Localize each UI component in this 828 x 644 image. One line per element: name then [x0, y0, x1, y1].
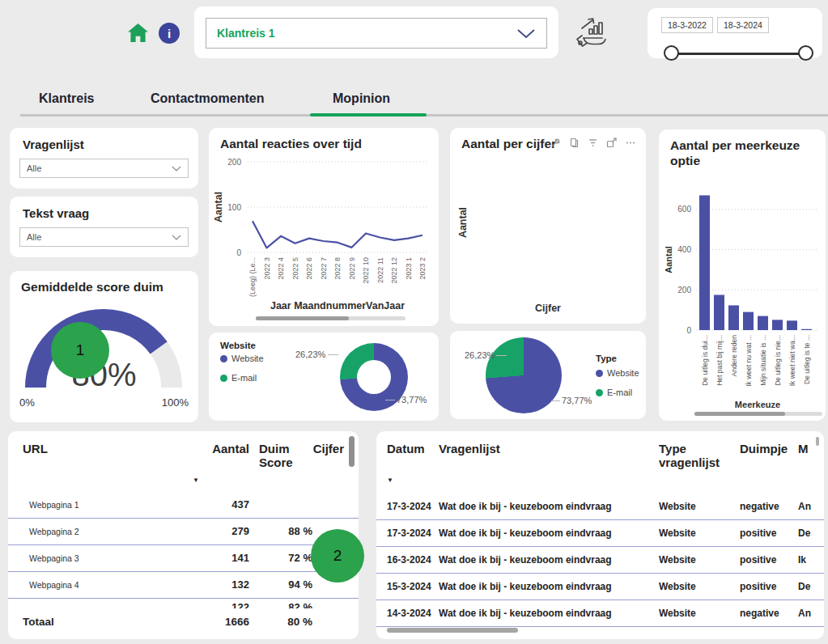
type-vragenlijst-cell: Website	[659, 554, 740, 566]
focus-mode-icon[interactable]	[606, 138, 617, 148]
pie-chart-card: 26,23% 73,77% Type Website E-mail	[450, 331, 646, 419]
insights-hand-chart-icon[interactable]	[570, 13, 612, 55]
table-row[interactable]: 14-3-2024Wat doe ik bij - keuzeboom eind…	[376, 600, 824, 627]
bar-chart[interactable]: 0200400600De uitleg is dui...Het past bi…	[664, 175, 822, 411]
tab-klantreis[interactable]: Klantreis	[39, 91, 94, 106]
svg-text:2022 5: 2022 5	[291, 257, 299, 280]
table-row[interactable]: 16-3-2024Wat doe ik bij - keuzeboom eind…	[376, 547, 824, 574]
bar-chart-card: Aantal per meerkeuze optie 0200400600De …	[659, 129, 826, 421]
line-chart-hscrollbar-thumb[interactable]	[256, 316, 349, 320]
column-header-duimpje[interactable]: Duimpje	[740, 442, 798, 455]
aantal-cell: 132	[193, 578, 249, 591]
leader-line	[385, 400, 395, 400]
table-row[interactable]: Webpagina 413294 %	[8, 572, 359, 599]
type-vragenlijst-cell: Website	[659, 581, 740, 592]
bar-chart-title: Aantal per meerkeuze optie	[670, 138, 816, 169]
column-header-vragenlijst[interactable]: Vragenlijst	[439, 442, 659, 455]
pin-icon[interactable]	[550, 138, 561, 148]
copy-icon[interactable]	[569, 138, 580, 148]
date-to-input[interactable]: 18-3-2024	[717, 17, 769, 33]
date-from-input[interactable]: 18-3-2022	[661, 17, 713, 33]
legend-item-email[interactable]: E-mail	[220, 373, 257, 383]
svg-text:Het past bij mij...: Het past bij mij...	[715, 335, 724, 386]
badge-label: 1	[76, 341, 85, 359]
legend-label: E-mail	[607, 388, 632, 397]
svg-text:2023 1: 2023 1	[405, 257, 413, 280]
tab-mopinion[interactable]: Mopinion	[333, 91, 390, 106]
legend-dot	[596, 370, 603, 377]
slice-label-email: 26,23%	[465, 350, 495, 360]
donut-hole	[357, 360, 391, 394]
url-cell: Webpagina 3	[23, 553, 193, 563]
url-table-card: URL Aantal Duim Score Cijfer ▼ Webpagina…	[8, 431, 359, 639]
table-row[interactable]: 15-3-2024Wat doe ik bij - keuzeboom eind…	[376, 574, 824, 600]
legend-label: Website	[231, 354, 264, 363]
aantal-cell: 122	[193, 599, 249, 608]
more-options-icon[interactable]	[625, 138, 636, 148]
responses-table-vscrollbar-thumb[interactable]	[816, 437, 819, 446]
info-icon[interactable]: i	[159, 23, 180, 44]
column-header-aantal[interactable]: Aantal	[193, 442, 249, 455]
cijfer-chart-title: Aantal per cijfer	[461, 136, 556, 151]
table-row[interactable]: 17-3-2024Wat doe ik bij - keuzeboom eind…	[376, 494, 824, 520]
line-chart[interactable]: 0100200(Leeg) (Le...2022 32022 42022 520…	[210, 154, 437, 314]
slicer-title: Tekst vraag	[23, 206, 89, 220]
date-slider-handle-left[interactable]	[664, 45, 679, 61]
column-header-datum[interactable]: Datum	[387, 442, 439, 455]
vragenlijst-slicer-card: Vragenlijst Alle	[10, 128, 198, 189]
tab-active-indicator	[310, 113, 427, 117]
sort-descending-icon[interactable]: ▼	[387, 477, 439, 484]
date-slider-handle-right[interactable]	[798, 45, 813, 61]
home-icon[interactable]	[127, 23, 149, 43]
legend-label: E-mail	[231, 373, 257, 383]
legend-item-website[interactable]: Website	[220, 354, 264, 363]
vragenlijst-cell: Wat doe ik bij - keuzeboom eindvraag	[439, 501, 659, 512]
svg-text:2022 12: 2022 12	[390, 257, 398, 284]
column-header-cijfer[interactable]: Cijfer	[312, 442, 344, 455]
svg-text:De uitleg is nie...: De uitleg is nie...	[774, 335, 782, 386]
line-chart-card: Aantal reacties over tijd 0100200(Leeg) …	[209, 128, 439, 326]
responses-table-hscrollbar-thumb[interactable]	[387, 628, 518, 633]
url-table-vscrollbar-thumb[interactable]	[349, 436, 355, 467]
duim-score-cell: 88 %	[249, 525, 312, 537]
table-row[interactable]: Webpagina 314172 %	[8, 545, 359, 572]
column-header-duim-score[interactable]: Duim Score	[249, 442, 312, 470]
gauge-min-label: 0%	[19, 396, 35, 409]
bar-chart-hscrollbar-thumb[interactable]	[694, 412, 785, 416]
svg-text:2022 9: 2022 9	[348, 257, 356, 280]
legend-title: Website	[220, 341, 256, 350]
meerkeuze-cell: De	[798, 581, 813, 592]
svg-text:200: 200	[677, 286, 691, 294]
table-row[interactable]: 12282 %	[8, 599, 359, 608]
cijfer-y-axis-label: Aantal	[457, 198, 469, 247]
vragenlijst-dropdown[interactable]: Alle	[19, 159, 189, 178]
column-header-type-vragenlijst[interactable]: Type vragenlijst	[659, 442, 740, 470]
report-dropdown[interactable]: Klantreis 1	[206, 18, 547, 49]
column-header-meerkeuze[interactable]: M	[798, 442, 813, 455]
sort-descending-icon[interactable]: ▼	[193, 477, 249, 484]
legend-item-website[interactable]: Website	[596, 368, 639, 378]
legend-label: Website	[607, 368, 639, 378]
table-row[interactable]: Webpagina 227988 %	[8, 519, 359, 545]
aantal-cell: 279	[193, 525, 249, 537]
svg-text:De uitleg is dui...: De uitleg is dui...	[701, 335, 709, 386]
filter-icon[interactable]	[588, 138, 598, 148]
table-row[interactable]: 17-3-2024Wat doe ik bij - keuzeboom eind…	[376, 520, 824, 547]
date-slider-track[interactable]	[672, 53, 806, 55]
leader-line	[496, 355, 507, 356]
tab-contactmomenten[interactable]: Contactmomenten	[151, 91, 264, 106]
pie-chart[interactable]	[486, 337, 562, 413]
datum-cell: 14-3-2024	[387, 608, 439, 619]
tekst-vraag-dropdown[interactable]: Alle	[19, 227, 189, 247]
table-row[interactable]: Webpagina 1437	[8, 492, 359, 519]
column-header-url[interactable]: URL	[23, 442, 193, 455]
legend-item-email[interactable]: E-mail	[596, 388, 632, 397]
vragenlijst-cell: Wat doe ik bij - keuzeboom eindvraag	[439, 527, 659, 539]
duimpje-cell: negative	[740, 501, 798, 512]
svg-text:Meerkeuze: Meerkeuze	[735, 400, 780, 409]
responses-table-card: Datum Vragenlijst Type vragenlijst Duimp…	[376, 431, 824, 639]
svg-text:2022 10: 2022 10	[362, 257, 370, 284]
info-glyph: i	[168, 27, 171, 40]
report-dropdown-value: Klantreis 1	[217, 27, 275, 40]
aantal-cell: 141	[193, 552, 249, 564]
